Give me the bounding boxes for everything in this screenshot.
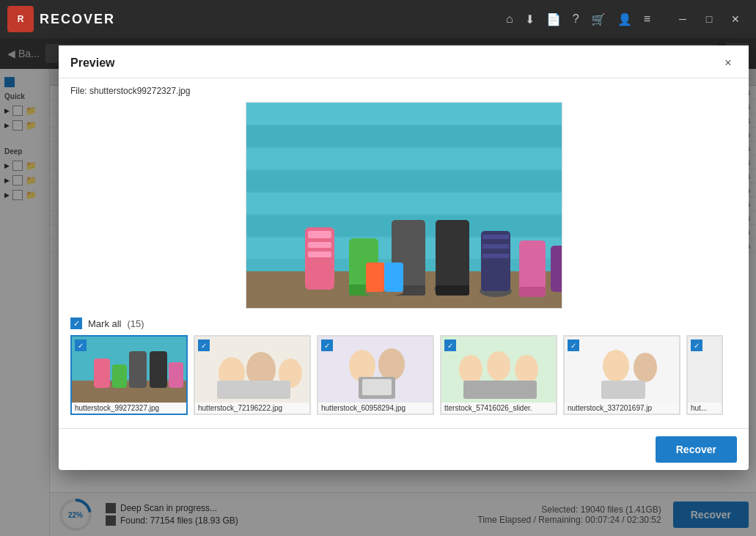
mark-all-count: (15) <box>128 318 144 329</box>
file-icon[interactable]: 📄 <box>546 12 561 26</box>
help-icon[interactable]: ? <box>573 12 579 26</box>
svg-rect-26 <box>436 285 469 295</box>
thumbnail-item-4[interactable]: ✓ tterstock_57416026_slider. <box>440 335 557 415</box>
dialog-body: File: shutterstock99272327.jpg <box>59 78 749 428</box>
preview-dialog: Preview × File: shutterstock99272327.jpg <box>59 45 749 470</box>
thumbnails-row: ✓ hutterstock_99272327.jpg ✓ <box>70 335 737 421</box>
thumb-2-checkbox[interactable]: ✓ <box>198 339 210 351</box>
app-title: RECOVER <box>40 12 115 27</box>
svg-rect-43 <box>94 359 110 388</box>
svg-rect-34 <box>519 287 546 297</box>
svg-point-59 <box>459 355 482 384</box>
titlebar: R RECOVER ⌂ ⬇ 📄 ? 🛒 👤 ≡ ─ □ ✕ <box>0 0 756 38</box>
thumb-4-checkbox[interactable]: ✓ <box>444 339 456 351</box>
dialog-footer: Recover <box>59 428 749 470</box>
menu-icon[interactable]: ≡ <box>644 12 650 26</box>
svg-rect-25 <box>436 220 469 290</box>
thumb-5-label: nutterstock_337201697.jp <box>565 403 679 414</box>
app-brand: R RECOVER <box>7 6 115 32</box>
close-button[interactable]: ✕ <box>722 6 749 32</box>
win-controls: ─ □ ✕ <box>669 6 749 32</box>
svg-rect-40 <box>384 263 403 292</box>
svg-rect-46 <box>150 351 167 388</box>
thumbnail-item-6[interactable]: ✓ hut... <box>686 335 723 415</box>
mark-all-label: Mark all <box>88 318 122 329</box>
svg-rect-38 <box>366 263 385 292</box>
app-logo: R <box>7 6 34 32</box>
thumb-5-checkbox[interactable]: ✓ <box>568 339 579 351</box>
thumbnail-item-2[interactable]: ✓ hutterstock_72196222.jpg <box>194 335 311 415</box>
svg-rect-57 <box>362 379 392 395</box>
svg-rect-33 <box>519 241 546 292</box>
dialog-title: Preview <box>70 56 114 70</box>
svg-point-64 <box>603 350 629 382</box>
download-icon[interactable]: ⬇ <box>525 12 535 26</box>
thumb-4-label: tterstock_57416026_slider. <box>441 403 556 414</box>
svg-rect-16 <box>308 242 331 248</box>
close-icon: × <box>724 56 731 70</box>
thumb-6-checkbox[interactable]: ✓ <box>691 339 702 351</box>
cart-icon[interactable]: 🛒 <box>591 12 606 26</box>
thumb-1-checkbox[interactable]: ✓ <box>75 339 87 351</box>
titlebar-icons: ⌂ ⬇ 📄 ? 🛒 👤 ≡ ─ □ ✕ <box>506 6 749 32</box>
svg-rect-36 <box>551 246 562 292</box>
svg-rect-7 <box>246 148 562 169</box>
minimize-button[interactable]: ─ <box>669 6 696 32</box>
svg-point-65 <box>634 353 657 382</box>
thumbnail-item-1[interactable]: ✓ hutterstock_99272327.jpg <box>70 335 188 415</box>
svg-rect-8 <box>246 171 562 191</box>
thumb-6-label: hut... <box>688 403 722 414</box>
svg-point-55 <box>378 348 405 381</box>
home-icon[interactable]: ⌂ <box>506 12 513 26</box>
preview-image-container <box>70 102 737 309</box>
user-icon[interactable]: 👤 <box>617 12 632 26</box>
svg-rect-66 <box>601 381 645 399</box>
preview-image <box>246 102 562 309</box>
thumbnail-item-3[interactable]: ✓ hutterstock_60958294.jpg <box>317 335 434 415</box>
svg-rect-17 <box>308 252 331 257</box>
svg-rect-45 <box>129 351 147 388</box>
thumb-2-label: hutterstock_72196222.jpg <box>195 403 309 414</box>
svg-rect-31 <box>482 254 509 258</box>
svg-rect-28 <box>481 231 510 291</box>
svg-rect-15 <box>308 231 331 238</box>
svg-rect-9 <box>246 193 562 214</box>
file-label: File: shutterstock99272327.jpg <box>70 86 737 96</box>
svg-point-60 <box>487 351 510 381</box>
svg-point-61 <box>515 355 538 384</box>
thumbnail-item-5[interactable]: ✓ nutterstock_337201697.jp <box>563 335 680 415</box>
dialog-header: Preview × <box>59 45 749 78</box>
svg-rect-30 <box>482 244 509 249</box>
svg-rect-44 <box>112 364 127 388</box>
thumb-1-label: hutterstock_99272327.jpg <box>72 403 186 414</box>
svg-rect-52 <box>217 381 290 399</box>
svg-rect-29 <box>482 235 509 239</box>
thumb-3-label: hutterstock_60958294.jpg <box>318 403 433 414</box>
mark-all-bar: ✓ Mark all (15) <box>70 317 737 329</box>
svg-rect-47 <box>169 362 183 388</box>
svg-rect-5 <box>246 103 562 125</box>
svg-text:R: R <box>18 14 24 24</box>
maximize-button[interactable]: □ <box>696 6 722 32</box>
recover-button-dialog[interactable]: Recover <box>656 436 737 463</box>
svg-rect-62 <box>463 381 537 399</box>
dialog-close-button[interactable]: × <box>719 54 737 72</box>
svg-rect-6 <box>246 126 562 147</box>
app-body: ◀ Ba... 🔍 Quick ▶ 📁 ▶ 📁 <box>0 38 756 536</box>
mark-all-checkbox[interactable]: ✓ <box>70 317 82 329</box>
thumb-3-checkbox[interactable]: ✓ <box>321 339 333 351</box>
